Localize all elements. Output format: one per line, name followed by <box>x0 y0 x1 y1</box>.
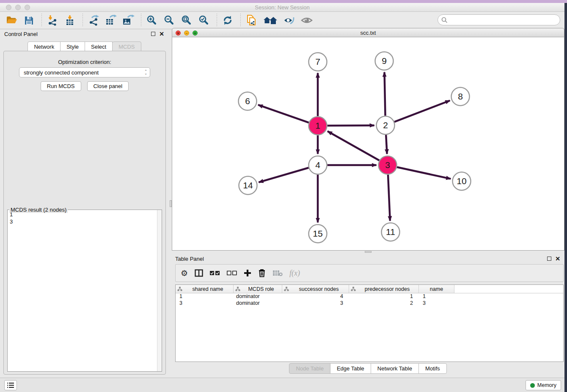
task-list-icon <box>7 382 14 388</box>
tab-motifs[interactable]: Motifs <box>418 363 447 374</box>
deselect-all-icon[interactable] <box>227 268 237 279</box>
graph-edge-3-10[interactable] <box>397 167 451 179</box>
close-panel-icon[interactable]: ✕ <box>159 32 164 36</box>
save-session-icon[interactable] <box>22 14 35 27</box>
control-panel-header: Control Panel ✕ <box>0 29 169 39</box>
cell-successor-nodes[interactable]: 3 <box>282 300 349 307</box>
column-header-shared-name[interactable]: shared name <box>176 285 234 293</box>
table-settings-gear-icon[interactable]: ⚙ <box>181 268 188 279</box>
cell-predecessor-nodes[interactable]: 1 <box>349 293 419 300</box>
export-network-icon[interactable] <box>87 14 100 27</box>
zoom-in-icon[interactable] <box>146 14 158 27</box>
mcds-result-scrollbar[interactable] <box>157 210 162 371</box>
import-network-icon[interactable] <box>46 14 59 27</box>
node-table: shared name MCDS role successor nodes pr… <box>175 284 564 362</box>
network-graph[interactable]: 7968124314101511 <box>172 37 564 250</box>
cell-shared-name[interactable]: 3 <box>176 300 234 307</box>
zoom-fit-icon[interactable] <box>180 14 193 27</box>
graph-node-label-1: 1 <box>315 121 320 130</box>
column-header-successor-nodes[interactable]: successor nodes <box>282 285 349 293</box>
cell-predecessor-nodes[interactable]: 2 <box>349 300 419 307</box>
graph-node-label-3: 3 <box>385 160 390 170</box>
table-toolbar: ⚙ <box>175 264 564 282</box>
show-panel-eye-icon[interactable] <box>300 14 313 27</box>
close-panel-button[interactable]: Close panel <box>87 81 129 91</box>
cell-shared-name[interactable]: 1 <box>176 293 234 300</box>
show-columns-icon[interactable] <box>195 268 203 279</box>
window-title: Session: New Session <box>0 4 564 11</box>
zoom-selected-icon[interactable] <box>198 14 210 27</box>
cell-successor-nodes[interactable]: 4 <box>282 293 349 300</box>
graph-edge-2-9[interactable] <box>385 72 385 116</box>
export-table-icon[interactable] <box>105 14 117 27</box>
memory-button[interactable]: Memory <box>526 380 561 390</box>
export-image-icon[interactable] <box>122 14 135 27</box>
tab-network-table[interactable]: Network Table <box>371 363 419 374</box>
cell-name[interactable]: 1 <box>419 293 454 300</box>
table-row[interactable]: 1 dominator 4 1 1 <box>176 293 563 300</box>
cell-name[interactable]: 3 <box>419 300 454 307</box>
search-icon <box>441 17 448 23</box>
hide-panel-eye-icon[interactable] <box>283 14 296 27</box>
home-icon[interactable] <box>262 14 278 27</box>
criterion-value: strongly connected component <box>24 69 99 76</box>
tab-edge-table[interactable]: Edge Table <box>330 363 371 374</box>
clone-network-icon[interactable] <box>245 14 258 27</box>
graph-node-label-14: 14 <box>243 180 253 190</box>
column-header-mcds-role[interactable]: MCDS role <box>234 285 282 293</box>
graph-edge-4-14[interactable] <box>259 168 308 182</box>
column-header-predecessor-nodes[interactable]: predecessor nodes <box>349 285 419 293</box>
column-type-icon <box>351 287 356 291</box>
delete-column-trash-icon[interactable] <box>258 268 266 279</box>
control-panel-title: Control Panel <box>4 31 38 37</box>
horizontal-splitter-grip[interactable] <box>365 251 372 253</box>
toolbar-separator <box>240 14 241 27</box>
search-input[interactable] <box>448 16 560 24</box>
close-table-panel-icon[interactable]: ✕ <box>555 257 560 261</box>
graph-edge-2-3[interactable] <box>386 135 387 154</box>
criterion-select[interactable]: strongly connected component ⌃⌄ <box>19 67 150 77</box>
search-field[interactable] <box>438 14 560 25</box>
cell-mcds-role[interactable]: dominator <box>234 300 282 307</box>
toolbar-separator <box>217 14 217 27</box>
control-panel: Control Panel ✕ Network Style Select MCD… <box>0 29 169 375</box>
add-column-icon[interactable] <box>244 268 251 279</box>
toolbar-separator <box>83 14 83 27</box>
status-bar: Memory <box>0 378 564 392</box>
float-table-panel-icon[interactable] <box>547 257 551 261</box>
graph-node-label-10: 10 <box>457 176 466 186</box>
app-window: Session: New Session <box>0 3 564 392</box>
tab-node-table[interactable]: Node Table <box>289 363 330 374</box>
select-stepper-icon: ⌃⌄ <box>144 70 147 75</box>
function-builder-icon: f(x) <box>289 268 300 279</box>
node-table-header: shared name MCDS role successor nodes pr… <box>176 285 563 293</box>
graph-node-label-4: 4 <box>315 160 320 170</box>
column-header-name[interactable]: name <box>419 285 454 293</box>
graph-edge-2-8[interactable] <box>394 101 450 122</box>
network-canvas[interactable]: 7968124314101511 <box>172 37 564 251</box>
task-history-button[interactable] <box>4 380 17 390</box>
import-table-icon[interactable] <box>63 14 76 27</box>
mcds-tab-content: Optimization criterion: strongly connect… <box>3 51 166 375</box>
graph-edge-1-2[interactable] <box>327 125 374 126</box>
toolbar-separator <box>141 14 141 27</box>
graph-node-label-15: 15 <box>313 229 322 238</box>
graph-node-label-9: 9 <box>382 56 387 66</box>
graph-edge-3-11[interactable] <box>388 174 390 221</box>
run-mcds-button[interactable]: Run MCDS <box>41 81 81 91</box>
cell-mcds-role[interactable]: dominator <box>234 293 282 300</box>
graph-edge-1-6[interactable] <box>258 105 309 123</box>
network-frame-titlebar: ✕ − + scc.txt <box>172 28 564 37</box>
graph-node-label-2: 2 <box>383 120 388 130</box>
table-panel-title: Table Panel <box>175 256 204 262</box>
zoom-out-icon[interactable] <box>163 14 176 27</box>
float-panel-icon[interactable] <box>151 32 155 36</box>
select-all-icon[interactable] <box>210 268 220 279</box>
apply-layout-icon[interactable] <box>221 14 234 27</box>
table-row[interactable]: 3 dominator 3 2 3 <box>176 300 563 307</box>
open-session-icon[interactable] <box>5 14 18 27</box>
graph-edge-3-1[interactable] <box>328 131 379 160</box>
mcds-result-text[interactable]: 1 3 <box>8 210 157 371</box>
window-titlebar: Session: New Session <box>0 3 564 12</box>
graph-node-label-11: 11 <box>386 227 395 237</box>
